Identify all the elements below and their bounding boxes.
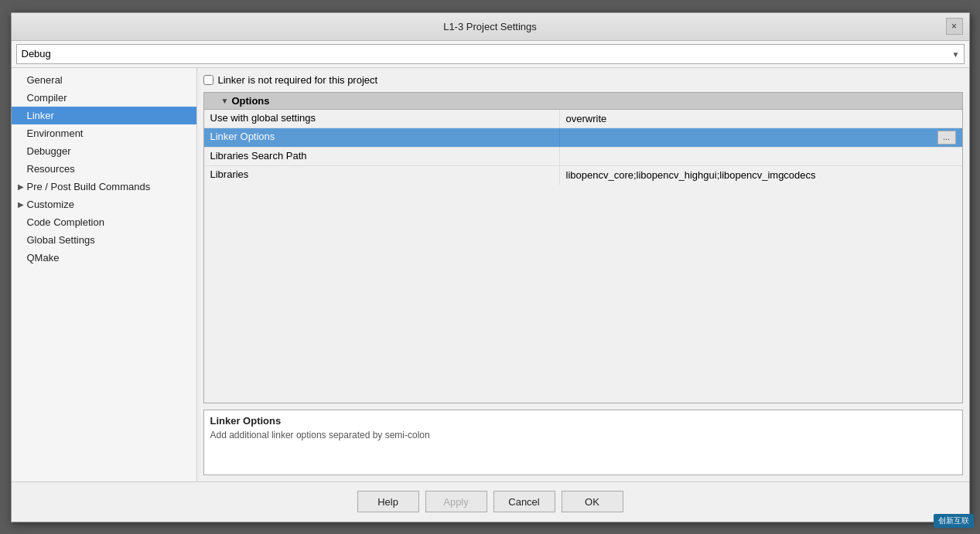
sidebar-item-label: Debugger xyxy=(27,145,71,157)
title-bar: L1-3 Project Settings × xyxy=(12,13,969,41)
options-table-section: ▼ Options Use with global settingsoverwr… xyxy=(203,92,963,403)
sidebar: GeneralCompilerLinkerEnvironmentDebugger… xyxy=(12,68,197,481)
sidebar-item-label: Linker xyxy=(27,110,54,121)
table-row[interactable]: Librarieslibopencv_core;libopencv_highgu… xyxy=(204,166,962,185)
content-area: Linker is not required for this project … xyxy=(197,68,969,481)
sidebar-item-linker[interactable]: Linker xyxy=(12,107,196,124)
sidebar-item-label: Pre / Post Build Commands xyxy=(27,181,151,192)
table-cell-value-text: libopencv_core;libopencv_highgui;libopen… xyxy=(566,169,816,181)
sidebar-item-environment[interactable]: Environment xyxy=(12,124,196,142)
table-cell-key: Libraries Search Path xyxy=(204,148,560,165)
close-button[interactable]: × xyxy=(946,18,963,35)
sidebar-item-debugger[interactable]: Debugger xyxy=(12,142,196,160)
help-button[interactable]: Help xyxy=(357,491,419,512)
table-cell-key: Linker Options xyxy=(204,128,560,147)
sidebar-item-label: QMake xyxy=(27,252,60,264)
table-row[interactable]: Use with global settingsoverwrite xyxy=(204,110,962,128)
linker-not-required-label: Linker is not required for this project xyxy=(218,74,378,86)
table-cell-value xyxy=(560,148,962,165)
ok-button[interactable]: OK xyxy=(562,491,623,512)
sidebar-item-label: General xyxy=(27,74,63,86)
linker-not-required-checkbox[interactable] xyxy=(203,75,213,85)
expand-arrow-icon: ▶ xyxy=(18,200,24,209)
options-table: Use with global settingsoverwriteLinker … xyxy=(203,110,963,403)
sidebar-item-label: Environment xyxy=(27,128,84,139)
table-cell-value-text: overwrite xyxy=(566,113,607,124)
sidebar-item-resources[interactable]: Resources xyxy=(12,160,196,178)
table-cell-value: libopencv_core;libopencv_highgui;libopen… xyxy=(560,166,962,185)
table-cell-value: ... xyxy=(560,128,962,147)
config-select-wrapper: Debug Release ▼ xyxy=(16,44,965,64)
sidebar-item-general[interactable]: General xyxy=(12,71,196,89)
sidebar-item-qmake[interactable]: QMake xyxy=(12,249,196,267)
sidebar-item-label: Code Completion xyxy=(27,216,104,228)
cancel-button[interactable]: Cancel xyxy=(493,491,555,512)
table-cell-value: overwrite xyxy=(560,110,962,128)
sidebar-item-compiler[interactable]: Compiler xyxy=(12,89,196,107)
collapse-arrow-icon: ▼ xyxy=(221,97,229,105)
options-header: ▼ Options xyxy=(203,92,963,110)
watermark: 创新互联 xyxy=(934,514,974,528)
apply-button[interactable]: Apply xyxy=(425,491,487,512)
sidebar-item-code-completion[interactable]: Code Completion xyxy=(12,213,196,231)
sidebar-item-pre-post[interactable]: ▶Pre / Post Build Commands xyxy=(12,178,196,196)
table-cell-key: Libraries xyxy=(204,166,560,185)
linker-check-row: Linker is not required for this project xyxy=(203,74,963,86)
config-select[interactable]: Debug Release xyxy=(16,44,965,64)
table-cell-key: Use with global settings xyxy=(204,110,560,128)
dots-button[interactable]: ... xyxy=(937,131,956,145)
dialog-title: L1-3 Project Settings xyxy=(443,21,537,32)
sidebar-item-label: Resources xyxy=(27,163,75,175)
table-row[interactable]: Linker Options... xyxy=(204,128,962,148)
project-settings-dialog: L1-3 Project Settings × Debug Release ▼ … xyxy=(11,12,970,522)
options-section-label: Options xyxy=(231,95,269,107)
description-box: Linker Options Add additional linker opt… xyxy=(203,410,963,475)
sidebar-item-global-settings[interactable]: Global Settings xyxy=(12,231,196,249)
sidebar-item-label: Compiler xyxy=(27,92,67,104)
sidebar-item-label: Global Settings xyxy=(27,234,95,246)
sidebar-item-label: Customize xyxy=(27,199,74,210)
footer: Help Apply Cancel OK xyxy=(12,481,969,522)
description-title: Linker Options xyxy=(210,415,956,427)
toolbar: Debug Release ▼ xyxy=(12,41,969,68)
table-row[interactable]: Libraries Search Path xyxy=(204,148,962,166)
main-content: GeneralCompilerLinkerEnvironmentDebugger… xyxy=(12,68,969,481)
expand-arrow-icon: ▶ xyxy=(18,182,24,191)
sidebar-item-customize[interactable]: ▶Customize xyxy=(12,196,196,213)
description-text: Add additional linker options separated … xyxy=(210,430,956,440)
